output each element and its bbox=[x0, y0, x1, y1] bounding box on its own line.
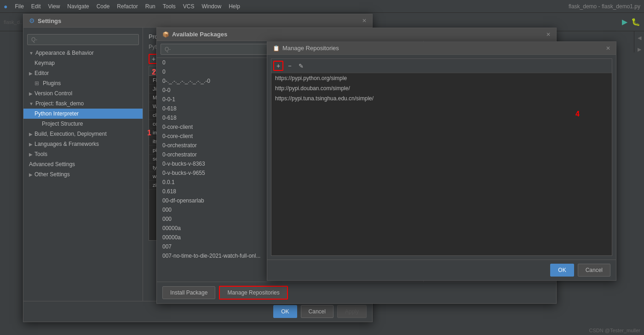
avail-footer: Install Package Manage Repositories bbox=[157, 282, 556, 303]
ide-background: ● File Edit View Navigate Code Refactor … bbox=[0, 0, 644, 335]
manage-footer: OK Cancel bbox=[267, 260, 616, 280]
avail-dialog-title: Available Packages bbox=[172, 31, 227, 38]
chevron-icon-vc: ▶ bbox=[29, 91, 33, 96]
manage-repositories-dialog: 📋 Manage Repositories ✕ + − ✎ 4 https://… bbox=[267, 41, 616, 281]
sidebar-item-keymap[interactable]: Keymap bbox=[23, 58, 143, 68]
sidebar-item-build[interactable]: ▶ Build, Execution, Deployment bbox=[23, 129, 143, 139]
manage-title-bar: 📋 Manage Repositories ✕ bbox=[267, 42, 616, 55]
repo-item[interactable]: https://pypi.tuna.tsinghua.edu.cn/simple… bbox=[271, 93, 612, 104]
repo-item[interactable]: http://pypi.douban.com/simple/ bbox=[271, 83, 612, 93]
settings-cancel-button[interactable]: Cancel bbox=[301, 305, 334, 318]
menu-bar: ● File Edit View Navigate Code Refactor … bbox=[0, 0, 644, 13]
sidebar-item-plugins-label: Plugins bbox=[43, 80, 61, 87]
annotation-4: 4 bbox=[575, 110, 580, 118]
menu-edit[interactable]: Edit bbox=[28, 1, 45, 12]
right-icon-1[interactable]: ◀ bbox=[638, 35, 641, 41]
sidebar-item-other[interactable]: ▶ Other Settings bbox=[23, 169, 143, 179]
sidebar-item-appearance-label: Appearance & Behavior bbox=[35, 50, 94, 56]
repo-item[interactable]: https://pypi.python.org/simple bbox=[271, 73, 612, 83]
sidebar-item-other-label: Other Settings bbox=[34, 171, 70, 178]
menu-navigate[interactable]: Navigate bbox=[63, 1, 92, 12]
remove-repo-button[interactable]: − bbox=[285, 61, 294, 70]
manage-repositories-button[interactable]: Manage Repositories bbox=[219, 286, 288, 300]
sidebar-item-tools-label: Tools bbox=[34, 151, 47, 157]
plugin-icon: ⊞ bbox=[34, 80, 39, 87]
menu-help[interactable]: Help bbox=[225, 1, 244, 12]
menu-refactor[interactable]: Refactor bbox=[113, 1, 141, 12]
sidebar-item-structure-label: Project Structure bbox=[42, 121, 83, 127]
avail-icon: 📦 bbox=[162, 31, 169, 38]
sidebar-item-build-label: Build, Execution, Deployment bbox=[34, 131, 107, 137]
sidebar-item-advanced[interactable]: Advanced Settings bbox=[23, 159, 143, 169]
chevron-icon-project: ▼ bbox=[29, 101, 34, 106]
manage-toolbar: + − ✎ 4 bbox=[271, 59, 612, 73]
sidebar-item-languages-label: Languages & Frameworks bbox=[34, 141, 99, 147]
sidebar-item-project-label: Project: flask_demo bbox=[35, 100, 84, 107]
sidebar-item-python-interpreter[interactable]: Python Interpreter bbox=[23, 109, 143, 119]
sidebar-item-advanced-label: Advanced Settings bbox=[29, 161, 75, 168]
menu-vcs[interactable]: VCS bbox=[179, 1, 198, 12]
chevron-icon-lang: ▶ bbox=[29, 142, 33, 147]
install-package-button[interactable]: Install Package bbox=[162, 286, 215, 299]
right-icon-2[interactable]: ▶ bbox=[638, 46, 641, 52]
annotation-2: 2 bbox=[152, 68, 156, 76]
menu-view[interactable]: View bbox=[45, 1, 64, 12]
sidebar-item-tools[interactable]: ▶ Tools bbox=[23, 149, 143, 159]
settings-footer: OK Cancel Apply bbox=[23, 301, 372, 322]
manage-icon: 📋 bbox=[273, 45, 280, 52]
menu-code[interactable]: Code bbox=[93, 1, 114, 12]
menu-window[interactable]: Window bbox=[198, 1, 225, 12]
project-name-label: flask_d... bbox=[4, 19, 24, 25]
edit-repo-button[interactable]: ✎ bbox=[296, 61, 305, 70]
settings-search-input[interactable] bbox=[27, 34, 139, 45]
settings-apply-button[interactable]: Apply bbox=[337, 305, 367, 318]
settings-title-bar: ⚙ Settings ✕ bbox=[23, 14, 372, 28]
settings-dialog-title: Settings bbox=[38, 17, 61, 24]
add-repo-button[interactable]: + bbox=[273, 61, 283, 71]
sidebar-item-python-label: Python Interpreter bbox=[34, 110, 79, 117]
right-sidebar: ◀ ▶ bbox=[634, 31, 644, 52]
manage-dialog-title: Manage Repositories bbox=[282, 45, 339, 52]
sidebar-item-project-structure[interactable]: Project Structure bbox=[23, 119, 143, 129]
avail-close-icon[interactable]: ✕ bbox=[546, 31, 551, 38]
chevron-icon-build: ▶ bbox=[29, 132, 33, 137]
manage-repo-panel: + − ✎ 4 https://pypi.python.org/simple h… bbox=[271, 58, 612, 256]
menu-tools[interactable]: Tools bbox=[159, 1, 179, 12]
chevron-icon-other: ▶ bbox=[29, 172, 33, 177]
settings-icon: ⚙ bbox=[29, 17, 35, 24]
chevron-icon-tools: ▶ bbox=[29, 152, 33, 157]
manage-content: + − ✎ 4 https://pypi.python.org/simple h… bbox=[267, 55, 616, 260]
settings-close-icon[interactable]: ✕ bbox=[362, 17, 367, 24]
annotation-1: 1 bbox=[147, 129, 151, 137]
sidebar-item-plugins[interactable]: ⊞ Plugins bbox=[23, 78, 143, 88]
chevron-icon: ▼ bbox=[29, 51, 34, 56]
sidebar-item-editor-label: Editor bbox=[34, 70, 49, 76]
sidebar-item-languages[interactable]: ▶ Languages & Frameworks bbox=[23, 139, 143, 149]
sidebar-item-project[interactable]: ▼ Project: flask_demo bbox=[23, 98, 143, 109]
sidebar-item-keymap-label: Keymap bbox=[34, 60, 55, 66]
watermark: CSDN @Tester_muller bbox=[589, 328, 640, 333]
manage-cancel-button[interactable]: Cancel bbox=[578, 264, 610, 277]
menu-run[interactable]: Run bbox=[142, 1, 159, 12]
sidebar-item-editor[interactable]: ▶ Editor bbox=[23, 68, 143, 78]
avail-title-bar: 📦 Available Packages ✕ bbox=[157, 28, 556, 41]
sidebar-item-vc-label: Version Control bbox=[34, 90, 72, 97]
menu-file[interactable]: File bbox=[11, 1, 27, 12]
manage-ok-button[interactable]: OK bbox=[550, 264, 574, 277]
manage-close-icon[interactable]: ✕ bbox=[606, 45, 610, 52]
settings-tree: ▼ Appearance & Behavior Keymap ▶ Editor … bbox=[23, 28, 143, 301]
settings-search-area bbox=[23, 31, 143, 48]
debug-icon[interactable]: 🐛 bbox=[631, 17, 640, 26]
run-icon[interactable]: ▶ bbox=[622, 17, 627, 26]
settings-ok-button[interactable]: OK bbox=[273, 305, 297, 318]
sidebar-item-version-control[interactable]: ▶ Version Control bbox=[23, 88, 143, 98]
project-title: flask_demo - flask_demo1.py bbox=[569, 3, 640, 10]
sidebar-item-appearance[interactable]: ▼ Appearance & Behavior bbox=[23, 48, 143, 58]
chevron-icon-editor: ▶ bbox=[29, 71, 33, 76]
